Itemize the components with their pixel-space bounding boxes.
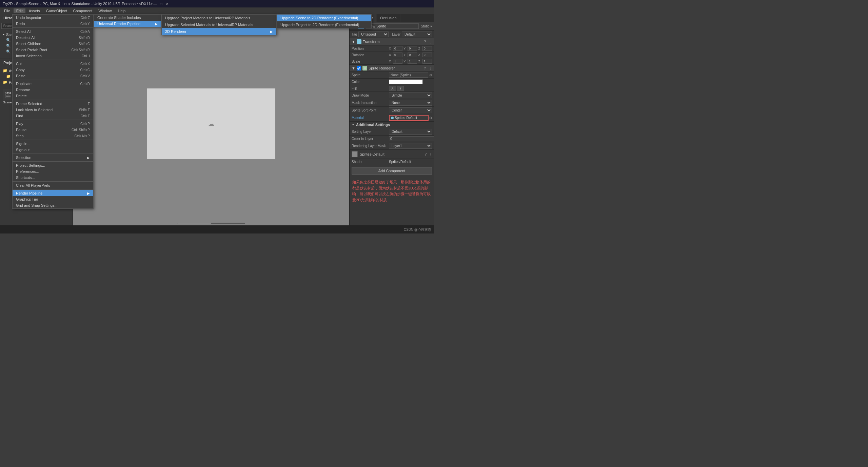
rot-z-input[interactable] bbox=[422, 53, 432, 57]
transform-help-icon[interactable]: ? bbox=[424, 40, 426, 44]
menu-step[interactable]: Step Ctrl+Alt+P bbox=[13, 133, 93, 139]
duplicate-label: Duplicate bbox=[16, 82, 32, 86]
flip-x-btn[interactable]: X bbox=[389, 86, 396, 91]
menu-edit[interactable]: Edit bbox=[14, 8, 25, 13]
maximize-btn[interactable]: □ bbox=[159, 1, 163, 6]
position-row: Position X Y Z bbox=[350, 45, 434, 52]
menu-pause[interactable]: Pause Ctrl+Shift+P bbox=[13, 127, 93, 133]
urp-upgrade-selected[interactable]: Upgrade Selected Materials to UniversalR… bbox=[162, 21, 276, 28]
menu-frame-selected[interactable]: Frame Selected F bbox=[13, 101, 93, 107]
frame-selected-label: Frame Selected bbox=[16, 102, 42, 106]
tag-dropdown[interactable]: Untagged bbox=[358, 32, 389, 37]
sr-help-icon[interactable]: ? bbox=[424, 66, 426, 70]
menu-play[interactable]: Play Ctrl+P bbox=[13, 121, 93, 127]
pos-x-input[interactable] bbox=[393, 46, 402, 51]
minimize-btn[interactable]: — bbox=[153, 1, 157, 6]
sorting-layer-dropdown[interactable]: Default bbox=[389, 129, 432, 135]
menu-cut[interactable]: Cut Ctrl+X bbox=[13, 61, 93, 67]
menu-duplicate[interactable]: Duplicate Ctrl+D bbox=[13, 81, 93, 87]
pos-z-input[interactable] bbox=[422, 46, 432, 51]
pos-x-label: X bbox=[389, 47, 392, 50]
menu-lock-view[interactable]: Lock View to Selected Shift+F bbox=[13, 107, 93, 113]
zoom-bar bbox=[177, 223, 245, 224]
menu-paste[interactable]: Paste Ctrl+V bbox=[13, 73, 93, 79]
add-component-btn[interactable]: Add Component bbox=[352, 167, 432, 175]
draw-mode-dropdown[interactable]: Simple bbox=[389, 93, 432, 98]
copy-label: Copy bbox=[16, 68, 25, 72]
material-dot bbox=[391, 117, 394, 119]
order-in-layer-input[interactable] bbox=[389, 136, 434, 141]
transform-component-header[interactable]: ▼ T Transform ? ⋮ bbox=[350, 38, 434, 45]
sr-menu-icon[interactable]: ⋮ bbox=[429, 66, 432, 70]
layer-dropdown[interactable]: Default bbox=[402, 32, 432, 37]
position-value: X Y Z bbox=[389, 46, 432, 51]
paste-label: Paste bbox=[16, 74, 25, 78]
occlusion-tab[interactable]: Occlusion bbox=[377, 14, 400, 22]
menu-graphics-tier[interactable]: Graphics Tier bbox=[13, 196, 93, 202]
menu-help[interactable]: Help bbox=[115, 8, 128, 13]
pos-y-input[interactable] bbox=[408, 46, 417, 51]
menu-rename[interactable]: Rename bbox=[13, 87, 93, 93]
sprites-default-section: Sprites-Default ? ⋮ bbox=[350, 150, 434, 159]
menu-select-all[interactable]: Select All Ctrl+A bbox=[13, 28, 93, 35]
menu-preferences[interactable]: Preferences... bbox=[13, 168, 93, 175]
obj-name-input[interactable] bbox=[366, 23, 419, 29]
urp-upgrade-project[interactable]: Upgrade Project Materials to UniversalRP… bbox=[162, 15, 276, 21]
menu-invert-selection[interactable]: Invert Selection Ctrl+I bbox=[13, 53, 93, 59]
menu-file[interactable]: File bbox=[1, 8, 13, 13]
rp-generate-shader[interactable]: Generate Shader Includes bbox=[94, 15, 161, 21]
menu-render-pipeline[interactable]: Render Pipeline ▶ bbox=[13, 190, 93, 196]
menu-undo-inspector[interactable]: Undo Inspector Ctrl+Z bbox=[13, 15, 93, 21]
scale-y-input[interactable] bbox=[408, 59, 417, 64]
menu-sign-out[interactable]: Sign out bbox=[13, 147, 93, 153]
rot-z-label: Z bbox=[418, 53, 422, 57]
additional-settings-header[interactable]: ▼ Additional Settings bbox=[350, 122, 434, 128]
order-in-layer-row: Order in Layer bbox=[350, 136, 434, 142]
upgrade-project-2d[interactable]: Upgrade Project to 2D Renderer (Experime… bbox=[277, 21, 371, 28]
mask-interaction-dropdown[interactable]: None bbox=[389, 100, 432, 106]
rot-y-input[interactable] bbox=[408, 53, 417, 57]
scale-x-input[interactable] bbox=[393, 59, 402, 64]
menu-select-prefab-root[interactable]: Select Prefab Root Ctrl+Shift+R bbox=[13, 47, 93, 53]
close-btn[interactable]: ✕ bbox=[165, 1, 170, 6]
sep3 bbox=[13, 80, 93, 80]
sprite-value: None (Sprite) bbox=[389, 73, 428, 78]
sprite-sort-dropdown[interactable]: Center bbox=[389, 107, 432, 113]
2d-renderer-arrow: ▶ bbox=[270, 30, 273, 34]
rot-x-input[interactable] bbox=[393, 53, 402, 57]
rendering-layer-dropdown[interactable]: Layer1 bbox=[389, 143, 432, 149]
menu-copy[interactable]: Copy Ctrl+C bbox=[13, 67, 93, 73]
menu-grid-snap[interactable]: Grid and Snap Settings... bbox=[13, 202, 93, 208]
menu-selection[interactable]: Selection ▶ bbox=[13, 155, 93, 161]
material-settings-icon[interactable]: ⋮ bbox=[429, 153, 432, 156]
menu-window[interactable]: Window bbox=[96, 8, 114, 13]
delete-label: Delete bbox=[16, 94, 27, 98]
menu-component[interactable]: Component bbox=[70, 8, 95, 13]
menu-select-children[interactable]: Select Children Shift+C bbox=[13, 41, 93, 47]
mask-interaction-label: Mask Interaction bbox=[352, 101, 389, 105]
menu-redo[interactable]: Redo Ctrl+Y bbox=[13, 21, 93, 27]
sprite-pick-icon[interactable]: ⊙ bbox=[429, 73, 432, 77]
upgrade-scene-2d[interactable]: Upgrade Scene to 2D Renderer (Experiment… bbox=[277, 15, 371, 21]
menu-find[interactable]: Find Ctrl+F bbox=[13, 113, 93, 119]
menu-assets[interactable]: Assets bbox=[26, 8, 43, 13]
menu-clear-playerprefs[interactable]: Clear All PlayerPrefs bbox=[13, 182, 93, 188]
zoom-slider-fill bbox=[177, 223, 211, 224]
urp-2d-renderer[interactable]: 2D Renderer ▶ bbox=[162, 28, 276, 35]
material-pick-icon[interactable]: ⊙ bbox=[429, 116, 432, 120]
window-controls[interactable]: — □ ✕ bbox=[153, 1, 170, 6]
rp-urp[interactable]: Universal Render Pipeline ▶ bbox=[94, 21, 161, 27]
transform-menu-icon[interactable]: ⋮ bbox=[429, 40, 432, 44]
sprite-renderer-header[interactable]: ▼ ▦ Sprite Renderer ? ⋮ bbox=[350, 65, 434, 72]
scale-z-input[interactable] bbox=[422, 59, 432, 64]
color-swatch[interactable] bbox=[389, 79, 423, 84]
sr-active-checkbox[interactable] bbox=[357, 66, 361, 70]
menu-shortcuts[interactable]: Shortcuts... bbox=[13, 175, 93, 181]
menu-delete[interactable]: Delete bbox=[13, 93, 93, 99]
flip-y-btn[interactable]: Y bbox=[397, 86, 404, 91]
material-help-icon[interactable]: ? bbox=[425, 153, 427, 156]
menu-gameobject[interactable]: GameObject bbox=[43, 8, 70, 13]
menu-sign-in[interactable]: Sign in... bbox=[13, 141, 93, 147]
menu-deselect-all[interactable]: Deselect All Shift+D bbox=[13, 35, 93, 41]
menu-project-settings[interactable]: Project Settings... bbox=[13, 162, 93, 168]
